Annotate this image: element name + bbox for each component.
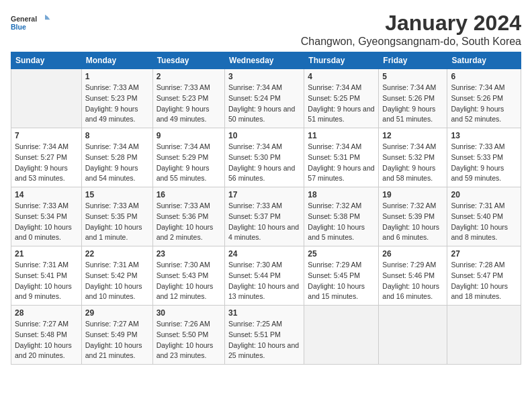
logo-svg: General Blue bbox=[11, 11, 51, 38]
daylight-label: Daylight: 10 hours and 8 minutes. bbox=[451, 223, 508, 242]
day-info: Sunrise: 7:33 AM Sunset: 5:35 PM Dayligh… bbox=[85, 201, 149, 243]
sunset-label: Sunset: 5:23 PM bbox=[85, 94, 138, 102]
calendar-cell: 13 Sunrise: 7:33 AM Sunset: 5:33 PM Dayl… bbox=[447, 128, 521, 187]
calendar-cell: 30 Sunrise: 7:26 AM Sunset: 5:50 PM Dayl… bbox=[152, 306, 224, 365]
daylight-label: Daylight: 10 hours and 5 minutes. bbox=[308, 223, 365, 242]
daylight-label: Daylight: 9 hours and 52 minutes. bbox=[451, 105, 504, 124]
day-info: Sunrise: 7:28 AM Sunset: 5:47 PM Dayligh… bbox=[451, 260, 517, 302]
daylight-label: Daylight: 9 hours and 53 minutes. bbox=[15, 164, 68, 183]
daylight-label: Daylight: 10 hours and 12 minutes. bbox=[157, 282, 214, 301]
daylight-label: Daylight: 9 hours and 54 minutes. bbox=[85, 164, 138, 183]
sunrise-label: Sunrise: 7:34 AM bbox=[382, 83, 436, 91]
day-info: Sunrise: 7:33 AM Sunset: 5:34 PM Dayligh… bbox=[15, 201, 78, 243]
column-header-friday: Friday bbox=[379, 52, 447, 69]
sunrise-label: Sunrise: 7:34 AM bbox=[382, 142, 436, 150]
calendar-cell: 29 Sunrise: 7:27 AM Sunset: 5:49 PM Dayl… bbox=[81, 306, 152, 365]
week-row-2: 7 Sunrise: 7:34 AM Sunset: 5:27 PM Dayli… bbox=[11, 128, 521, 187]
main-title: January 2024 bbox=[301, 11, 521, 36]
calendar-cell: 12 Sunrise: 7:34 AM Sunset: 5:32 PM Dayl… bbox=[379, 128, 447, 187]
sunset-label: Sunset: 5:27 PM bbox=[15, 153, 67, 161]
sub-title: Changwon, Gyeongsangnam-do, South Korea bbox=[301, 36, 521, 48]
calendar-cell: 17 Sunrise: 7:33 AM Sunset: 5:37 PM Dayl… bbox=[225, 187, 304, 246]
day-info: Sunrise: 7:34 AM Sunset: 5:31 PM Dayligh… bbox=[308, 142, 375, 184]
calendar-cell: 9 Sunrise: 7:34 AM Sunset: 5:29 PM Dayli… bbox=[152, 128, 224, 187]
day-number: 2 bbox=[157, 72, 221, 81]
daylight-label: Daylight: 10 hours and 23 minutes. bbox=[157, 341, 214, 360]
sunset-label: Sunset: 5:36 PM bbox=[157, 212, 209, 220]
calendar-cell: 2 Sunrise: 7:33 AM Sunset: 5:23 PM Dayli… bbox=[152, 69, 224, 128]
sunset-label: Sunset: 5:26 PM bbox=[451, 94, 503, 102]
sunrise-label: Sunrise: 7:34 AM bbox=[308, 142, 361, 150]
sunset-label: Sunset: 5:39 PM bbox=[382, 212, 435, 220]
day-number: 31 bbox=[228, 308, 300, 318]
week-row-3: 14 Sunrise: 7:33 AM Sunset: 5:34 PM Dayl… bbox=[11, 187, 521, 246]
sunset-label: Sunset: 5:26 PM bbox=[382, 94, 435, 102]
daylight-label: Daylight: 9 hours and 51 minutes. bbox=[308, 105, 374, 124]
header-row: SundayMondayTuesdayWednesdayThursdayFrid… bbox=[11, 52, 521, 69]
calendar-cell: 24 Sunrise: 7:30 AM Sunset: 5:44 PM Dayl… bbox=[225, 246, 304, 306]
day-number: 6 bbox=[451, 72, 517, 81]
week-row-1: 1 Sunrise: 7:33 AM Sunset: 5:23 PM Dayli… bbox=[11, 69, 521, 128]
day-number: 27 bbox=[451, 249, 517, 259]
daylight-label: Daylight: 10 hours and 16 minutes. bbox=[382, 282, 439, 301]
calendar-cell: 23 Sunrise: 7:30 AM Sunset: 5:43 PM Dayl… bbox=[152, 246, 224, 306]
calendar-cell: 4 Sunrise: 7:34 AM Sunset: 5:25 PM Dayli… bbox=[304, 69, 379, 128]
day-info: Sunrise: 7:30 AM Sunset: 5:43 PM Dayligh… bbox=[157, 260, 221, 302]
daylight-label: Daylight: 10 hours and 20 minutes. bbox=[15, 341, 72, 360]
day-number: 24 bbox=[228, 249, 300, 259]
calendar-cell: 6 Sunrise: 7:34 AM Sunset: 5:26 PM Dayli… bbox=[447, 69, 521, 128]
sunset-label: Sunset: 5:44 PM bbox=[228, 271, 281, 279]
daylight-label: Daylight: 9 hours and 58 minutes. bbox=[382, 164, 435, 183]
day-info: Sunrise: 7:27 AM Sunset: 5:48 PM Dayligh… bbox=[15, 319, 78, 361]
calendar-cell: 31 Sunrise: 7:25 AM Sunset: 5:51 PM Dayl… bbox=[225, 306, 304, 365]
week-row-5: 28 Sunrise: 7:27 AM Sunset: 5:48 PM Dayl… bbox=[11, 306, 521, 365]
sunset-label: Sunset: 5:47 PM bbox=[451, 271, 503, 279]
calendar-cell: 15 Sunrise: 7:33 AM Sunset: 5:35 PM Dayl… bbox=[81, 187, 152, 246]
day-number: 15 bbox=[85, 190, 149, 199]
calendar-cell: 5 Sunrise: 7:34 AM Sunset: 5:26 PM Dayli… bbox=[379, 69, 447, 128]
day-number: 16 bbox=[157, 190, 221, 199]
day-number: 10 bbox=[228, 131, 300, 140]
sunset-label: Sunset: 5:41 PM bbox=[15, 271, 67, 279]
column-header-wednesday: Wednesday bbox=[225, 52, 304, 69]
sunset-label: Sunset: 5:31 PM bbox=[308, 153, 360, 161]
day-info: Sunrise: 7:34 AM Sunset: 5:25 PM Dayligh… bbox=[308, 83, 375, 125]
day-info: Sunrise: 7:29 AM Sunset: 5:46 PM Dayligh… bbox=[382, 260, 443, 302]
daylight-label: Daylight: 9 hours and 55 minutes. bbox=[157, 164, 210, 183]
daylight-label: Daylight: 10 hours and 6 minutes. bbox=[382, 223, 439, 242]
sunrise-label: Sunrise: 7:31 AM bbox=[451, 201, 504, 210]
logo: General Blue bbox=[11, 11, 51, 38]
day-info: Sunrise: 7:33 AM Sunset: 5:23 PM Dayligh… bbox=[85, 83, 149, 125]
sunrise-label: Sunrise: 7:25 AM bbox=[228, 320, 282, 328]
calendar-cell: 18 Sunrise: 7:32 AM Sunset: 5:38 PM Dayl… bbox=[304, 187, 379, 246]
sunrise-label: Sunrise: 7:30 AM bbox=[228, 261, 282, 269]
day-number: 29 bbox=[85, 308, 149, 318]
day-info: Sunrise: 7:29 AM Sunset: 5:45 PM Dayligh… bbox=[308, 260, 375, 302]
sunset-label: Sunset: 5:33 PM bbox=[451, 153, 503, 161]
daylight-label: Daylight: 10 hours and 18 minutes. bbox=[451, 282, 508, 301]
column-header-tuesday: Tuesday bbox=[152, 52, 224, 69]
day-info: Sunrise: 7:34 AM Sunset: 5:26 PM Dayligh… bbox=[382, 83, 443, 125]
daylight-label: Daylight: 10 hours and 0 minutes. bbox=[15, 223, 72, 242]
sunrise-label: Sunrise: 7:33 AM bbox=[85, 201, 139, 210]
day-info: Sunrise: 7:34 AM Sunset: 5:30 PM Dayligh… bbox=[228, 142, 300, 184]
calendar-cell: 28 Sunrise: 7:27 AM Sunset: 5:48 PM Dayl… bbox=[11, 306, 82, 365]
daylight-label: Daylight: 10 hours and 25 minutes. bbox=[228, 341, 299, 360]
column-header-sunday: Sunday bbox=[11, 52, 82, 69]
sunset-label: Sunset: 5:29 PM bbox=[157, 153, 209, 161]
daylight-label: Daylight: 10 hours and 9 minutes. bbox=[15, 282, 72, 301]
daylight-label: Daylight: 9 hours and 49 minutes. bbox=[85, 105, 138, 124]
sunrise-label: Sunrise: 7:30 AM bbox=[157, 261, 210, 269]
calendar-table: SundayMondayTuesdayWednesdayThursdayFrid… bbox=[11, 52, 521, 365]
sunrise-label: Sunrise: 7:33 AM bbox=[85, 83, 139, 91]
calendar-cell: 25 Sunrise: 7:29 AM Sunset: 5:45 PM Dayl… bbox=[304, 246, 379, 306]
day-number: 4 bbox=[308, 72, 375, 81]
day-info: Sunrise: 7:30 AM Sunset: 5:44 PM Dayligh… bbox=[228, 260, 300, 302]
day-info: Sunrise: 7:27 AM Sunset: 5:49 PM Dayligh… bbox=[85, 319, 149, 361]
calendar-cell: 16 Sunrise: 7:33 AM Sunset: 5:36 PM Dayl… bbox=[152, 187, 224, 246]
sunrise-label: Sunrise: 7:34 AM bbox=[85, 142, 139, 150]
sunset-label: Sunset: 5:37 PM bbox=[228, 212, 281, 220]
sunset-label: Sunset: 5:23 PM bbox=[157, 94, 209, 102]
day-number: 14 bbox=[15, 190, 78, 199]
sunset-label: Sunset: 5:34 PM bbox=[15, 212, 67, 220]
